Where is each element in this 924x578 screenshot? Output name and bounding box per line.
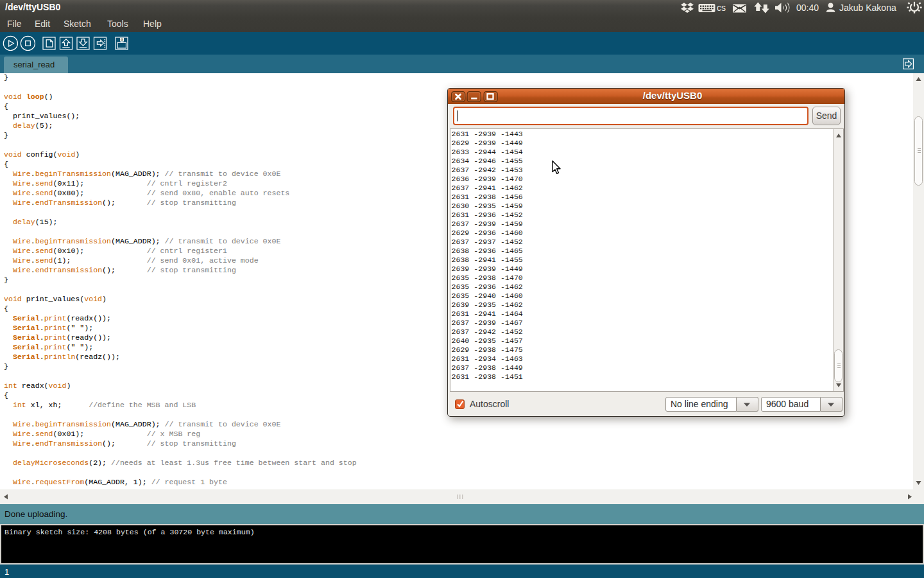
svg-text:00:40: 00:40 — [796, 3, 819, 13]
svg-text:cs: cs — [717, 3, 726, 13]
svg-text:Jakub Kakona: Jakub Kakona — [839, 3, 896, 13]
